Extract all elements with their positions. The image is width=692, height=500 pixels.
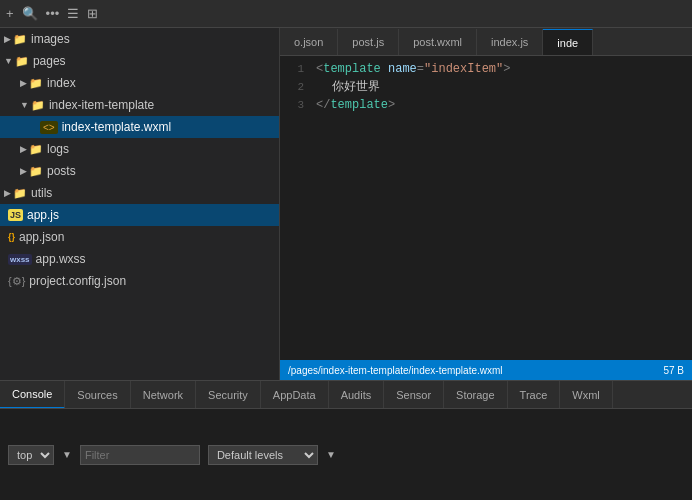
sidebar-item-app-wxss[interactable]: wxss app.wxss bbox=[0, 248, 279, 270]
sidebar-item-app-json[interactable]: {} app.json bbox=[0, 226, 279, 248]
panel-tab-sources[interactable]: Sources bbox=[65, 381, 130, 409]
sidebar-item-label: logs bbox=[47, 142, 69, 156]
main-area: ▶ 📁 images ▼ 📁 pages ▶ 📁 index ▼ 📁 index… bbox=[0, 28, 692, 380]
console-context-select[interactable]: top bbox=[8, 445, 54, 465]
sidebar-item-label: images bbox=[31, 32, 70, 46]
list-icon[interactable]: ☰ bbox=[67, 6, 79, 21]
sidebar-item-posts[interactable]: ▶ 📁 posts bbox=[0, 160, 279, 182]
arrow-icon: ▶ bbox=[4, 34, 11, 44]
search-icon[interactable]: 🔍 bbox=[22, 6, 38, 21]
wxss-badge: wxss bbox=[8, 254, 32, 265]
code-content-2: 你好世界 bbox=[316, 78, 380, 96]
arrow-icon: ▼ bbox=[20, 100, 29, 110]
status-size: 57 B bbox=[663, 365, 684, 376]
status-path: /pages/index-item-template/index-templat… bbox=[288, 365, 503, 376]
arrow-icon: ▼ bbox=[4, 56, 13, 66]
arrow-icon: ▶ bbox=[20, 166, 27, 176]
panel-tab-security[interactable]: Security bbox=[196, 381, 261, 409]
panel-tab-trace[interactable]: Trace bbox=[508, 381, 561, 409]
js-badge: JS bbox=[8, 209, 23, 221]
sidebar-item-index[interactable]: ▶ 📁 index bbox=[0, 72, 279, 94]
sidebar-item-label: app.js bbox=[27, 208, 59, 222]
panel-tab-appdata[interactable]: AppData bbox=[261, 381, 329, 409]
sidebar-item-label: utils bbox=[31, 186, 52, 200]
arrow-icon: ▶ bbox=[4, 188, 11, 198]
sidebar-item-utils[interactable]: ▶ 📁 utils bbox=[0, 182, 279, 204]
cog-badge: {⚙} bbox=[8, 275, 25, 288]
code-line-3: 3 </template> bbox=[280, 96, 692, 114]
status-bar: /pages/index-item-template/index-templat… bbox=[280, 360, 692, 380]
panel-tab-console[interactable]: Console bbox=[0, 381, 65, 409]
tab-post-js[interactable]: post.js bbox=[338, 29, 399, 55]
more-icon[interactable]: ••• bbox=[46, 6, 60, 21]
tab-index-js[interactable]: index.js bbox=[477, 29, 543, 55]
panel-tab-audits[interactable]: Audits bbox=[329, 381, 385, 409]
sidebar-item-label: posts bbox=[47, 164, 76, 178]
code-content-3: </template> bbox=[316, 96, 395, 114]
folder-icon: 📁 bbox=[31, 99, 45, 112]
code-line-2: 2 你好世界 bbox=[280, 78, 692, 96]
panel-tab-wxml[interactable]: Wxml bbox=[560, 381, 613, 409]
toolbar: + 🔍 ••• ☰ ⊞ bbox=[0, 0, 692, 28]
tab-o-json[interactable]: o.json bbox=[280, 29, 338, 55]
folder-icon: 📁 bbox=[13, 33, 27, 46]
sidebar-item-label: index-item-template bbox=[49, 98, 154, 112]
sidebar-item-index-template-wxml[interactable]: <> index-template.wxml bbox=[0, 116, 279, 138]
folder-icon: 📁 bbox=[29, 77, 43, 90]
panel-tab-sensor[interactable]: Sensor bbox=[384, 381, 444, 409]
panel-tab-network[interactable]: Network bbox=[131, 381, 196, 409]
sidebar-item-label: index bbox=[47, 76, 76, 90]
split-icon[interactable]: ⊞ bbox=[87, 6, 98, 21]
arrow-icon: ▶ bbox=[20, 144, 27, 154]
console-level-select[interactable]: Default levels bbox=[208, 445, 318, 465]
sidebar-item-pages[interactable]: ▼ 📁 pages bbox=[0, 50, 279, 72]
plus-icon[interactable]: + bbox=[6, 6, 14, 21]
sidebar-item-images[interactable]: ▶ 📁 images bbox=[0, 28, 279, 50]
code-line-1: 1 <template name="indexItem"> bbox=[280, 60, 692, 78]
sidebar-item-index-item-template[interactable]: ▼ 📁 index-item-template bbox=[0, 94, 279, 116]
sidebar: ▶ 📁 images ▼ 📁 pages ▶ 📁 index ▼ 📁 index… bbox=[0, 28, 280, 380]
panel-console-content: top ▼ Default levels ▼ bbox=[0, 409, 692, 500]
sidebar-item-label: pages bbox=[33, 54, 66, 68]
json-badge: {} bbox=[8, 232, 15, 242]
filter-icon: ▼ bbox=[62, 449, 72, 460]
tab-inde[interactable]: inde bbox=[543, 29, 593, 55]
panel-tab-bar: Console Sources Network Security AppData… bbox=[0, 381, 692, 409]
sidebar-item-app-js[interactable]: JS app.js bbox=[0, 204, 279, 226]
editor-area: o.json post.js post.wxml index.js inde 1… bbox=[280, 28, 692, 380]
folder-icon: 📁 bbox=[13, 187, 27, 200]
folder-icon: 📁 bbox=[29, 143, 43, 156]
folder-icon: 📁 bbox=[29, 165, 43, 178]
code-editor[interactable]: 1 <template name="indexItem"> 2 你好世界 3 <… bbox=[280, 56, 692, 360]
folder-icon: 📁 bbox=[15, 55, 29, 68]
editor-tab-bar: o.json post.js post.wxml index.js inde bbox=[280, 28, 692, 56]
sidebar-item-label: app.wxss bbox=[36, 252, 86, 266]
level-arrow-icon: ▼ bbox=[326, 449, 336, 460]
sidebar-item-label: index-template.wxml bbox=[62, 120, 171, 134]
panel-tab-storage[interactable]: Storage bbox=[444, 381, 508, 409]
sidebar-item-label: app.json bbox=[19, 230, 64, 244]
sidebar-item-logs[interactable]: ▶ 📁 logs bbox=[0, 138, 279, 160]
sidebar-item-project-config[interactable]: {⚙} project.config.json bbox=[0, 270, 279, 292]
arrow-icon: ▶ bbox=[20, 78, 27, 88]
wxml-badge: <> bbox=[40, 121, 58, 134]
code-content-1: <template name="indexItem"> bbox=[316, 60, 510, 78]
console-filter-input[interactable] bbox=[80, 445, 200, 465]
sidebar-item-label: project.config.json bbox=[29, 274, 126, 288]
bottom-panel: Console Sources Network Security AppData… bbox=[0, 380, 692, 500]
tab-post-wxml[interactable]: post.wxml bbox=[399, 29, 477, 55]
